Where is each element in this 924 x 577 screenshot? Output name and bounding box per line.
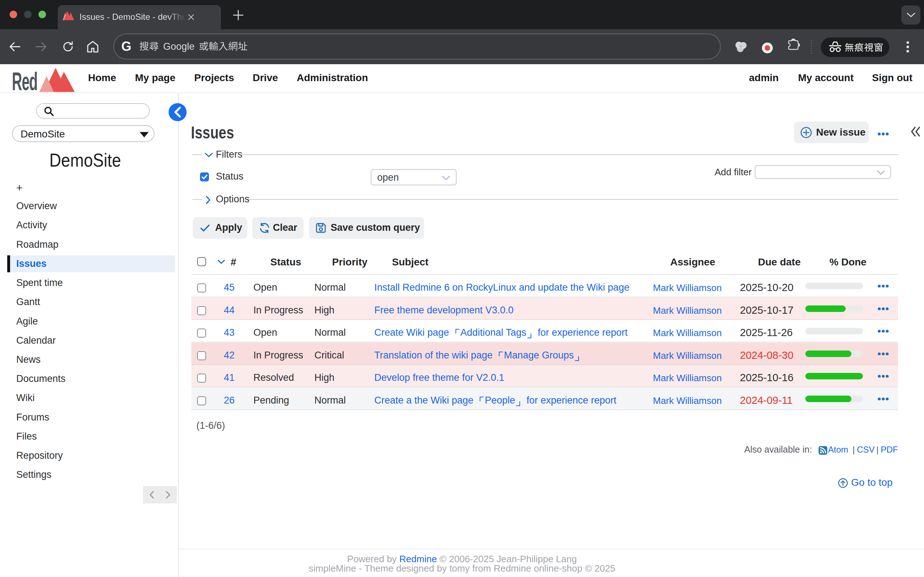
svg-text:Google: Google xyxy=(163,41,195,52)
